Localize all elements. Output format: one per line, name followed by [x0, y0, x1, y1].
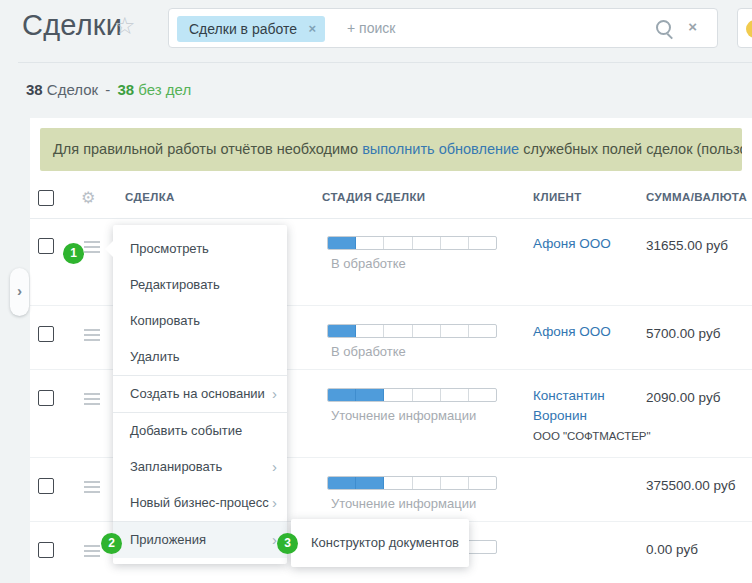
progress-segment [384, 477, 412, 489]
progress-segment [413, 477, 441, 489]
page-title: Сделки [22, 9, 122, 42]
row-menu-icon[interactable] [84, 393, 100, 408]
menu-item-label: Создать на основании [130, 386, 265, 401]
menu-item-label: Новый бизнес-процесс [130, 495, 269, 510]
search-placeholder: + поиск [347, 20, 395, 36]
submenu-chevron-icon: › [272, 376, 277, 412]
client-cell: Константин ВоронинООО "СОФТМАСТЕР" [533, 386, 651, 444]
row-menu-icon[interactable] [84, 545, 100, 560]
deal-amount: 5700.00 руб [646, 326, 721, 341]
progress-segment [441, 389, 469, 401]
menu-item-label: Добавить событие [130, 423, 242, 438]
progress-segment [413, 325, 441, 337]
progress-segment [441, 237, 469, 249]
progress-segment [328, 325, 356, 337]
stage-progress-bar [327, 324, 497, 338]
progress-segment [413, 389, 441, 401]
client-cell: Афоня ООО [533, 322, 651, 342]
client-link[interactable]: Афоня ООО [533, 234, 651, 254]
sidebar-expand-handle[interactable]: › [10, 268, 29, 316]
client-link[interactable]: Афоня ООО [533, 322, 651, 342]
progress-segment [441, 325, 469, 337]
search-filter-box[interactable]: Сделки в работе × + поиск × [168, 8, 718, 48]
client-company: ООО "СОФТМАСТЕР" [533, 429, 651, 444]
context-submenu: Конструктор документов [291, 519, 469, 567]
row-checkbox[interactable] [38, 542, 54, 558]
menu-item-label: Запланировать [130, 459, 222, 474]
menu-item-label: Копировать [130, 313, 200, 328]
gear-icon[interactable]: ⚙ [81, 188, 95, 207]
progress-segment [441, 477, 469, 489]
client-link[interactable]: Константин Воронин [533, 386, 651, 426]
deals-count: 38 [26, 81, 43, 98]
progress-segment [469, 389, 496, 401]
menu-item[interactable]: Удалить [113, 339, 287, 375]
step-badge-1: 1 [63, 243, 84, 264]
deal-amount: 375500.00 руб [646, 478, 736, 493]
menu-item[interactable]: Просмотреть [113, 231, 287, 267]
clear-search-icon[interactable]: × [688, 18, 697, 35]
menu-item[interactable]: Добавить событие [113, 413, 287, 449]
submenu-chevron-icon: › [272, 522, 277, 558]
update-fields-link[interactable]: выполнить обновление [362, 141, 519, 157]
no-activity-label[interactable]: без дел [138, 81, 191, 98]
menu-item[interactable]: Редактировать [113, 267, 287, 303]
favorite-star-icon[interactable]: ☆ [114, 12, 136, 40]
deals-counter: 38 Сделок - 38 без дел [26, 81, 194, 98]
row-checkbox[interactable] [38, 326, 54, 342]
counter-dash: - [105, 81, 110, 98]
progress-segment [469, 237, 496, 249]
deals-count-label: Сделок [47, 81, 98, 98]
notification-bar: Для правильной работы отчётов необходимо… [40, 128, 742, 171]
notification-text-tail: служебных полей сделок (пользовател [519, 141, 742, 157]
step-badge-2: 2 [101, 533, 122, 554]
menu-item-label: Просмотреть [130, 241, 209, 256]
filter-tag-remove-icon[interactable]: × [308, 16, 316, 42]
submenu-item-document-constructor[interactable]: Конструктор документов [291, 519, 469, 567]
deal-amount: 0.00 руб [646, 542, 698, 557]
row-checkbox[interactable] [38, 478, 54, 494]
row-checkbox[interactable] [38, 238, 54, 254]
column-deal[interactable]: СДЕЛКА [125, 191, 175, 203]
column-stage[interactable]: СТАДИЯ СДЕЛКИ [322, 191, 426, 203]
menu-item[interactable]: Новый бизнес-процесс› [113, 485, 287, 521]
progress-segment [356, 325, 384, 337]
select-all-checkbox[interactable] [38, 190, 54, 206]
deal-amount: 2090.00 руб [646, 390, 721, 405]
search-icon[interactable] [656, 20, 671, 35]
filter-tag[interactable]: Сделки в работе × [177, 16, 325, 42]
filter-tag-label: Сделки в работе [189, 21, 297, 37]
progress-segment [469, 541, 496, 553]
row-checkbox[interactable] [38, 390, 54, 406]
progress-segment [328, 477, 356, 489]
menu-item-label: Редактировать [130, 277, 220, 292]
column-amount[interactable]: СУММА/ВАЛЮТА [646, 191, 747, 203]
step-badge-3: 3 [277, 533, 298, 554]
progress-segment [356, 389, 384, 401]
menu-item-label: Удалить [130, 349, 180, 364]
column-client[interactable]: КЛИЕНТ [533, 191, 582, 203]
progress-segment [469, 325, 496, 337]
menu-item[interactable]: Создать на основании› [113, 376, 287, 412]
stage-label: Уточнение информации [331, 408, 476, 423]
stage-label: В обработке [331, 256, 406, 271]
header-extra-button-partial[interactable] [737, 8, 752, 48]
menu-item[interactable]: Приложения› [113, 522, 287, 558]
progress-segment [328, 389, 356, 401]
table-header: ⚙ СДЕЛКА СТАДИЯ СДЕЛКИ КЛИЕНТ СУММА/ВАЛЮ… [30, 176, 752, 219]
menu-item-label: Приложения [130, 532, 206, 547]
row-menu-icon[interactable] [84, 241, 100, 256]
row-menu-icon[interactable] [84, 481, 100, 496]
submenu-chevron-icon: › [272, 449, 277, 485]
menu-item[interactable]: Копировать [113, 303, 287, 339]
row-menu-icon[interactable] [84, 329, 100, 344]
progress-segment [384, 389, 412, 401]
progress-segment [356, 237, 384, 249]
stage-progress-bar [327, 236, 497, 250]
yellow-dot-icon [746, 20, 752, 38]
deal-amount: 31655.00 руб [646, 238, 728, 253]
menu-item[interactable]: Запланировать› [113, 449, 287, 485]
stage-progress-bar [327, 476, 497, 490]
context-menu: ПросмотретьРедактироватьКопироватьУдалит… [113, 225, 287, 564]
no-activity-count[interactable]: 38 [117, 81, 134, 98]
